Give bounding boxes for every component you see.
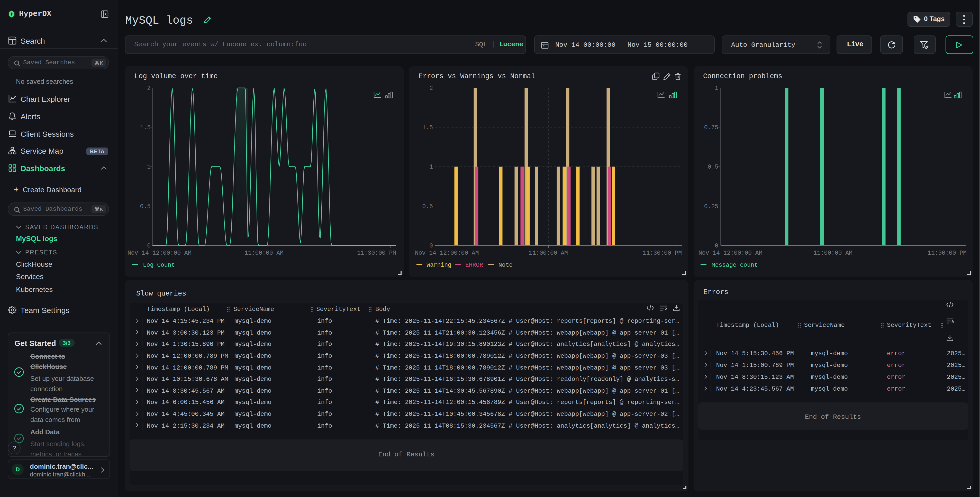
svg-text:11:00:00 AM: 11:00:00 AM <box>813 250 852 256</box>
svg-text:1: 1 <box>147 164 150 170</box>
svg-text:11:30:00 PM: 11:30:00 PM <box>643 250 682 256</box>
svg-text:Nov 14 12:00:00 AM: Nov 14 12:00:00 AM <box>127 250 191 256</box>
svg-text:11:30:00 PM: 11:30:00 PM <box>357 250 396 256</box>
svg-text:0: 0 <box>147 243 150 249</box>
svg-text:Warning: Warning <box>426 262 452 268</box>
svg-text:Log Count: Log Count <box>143 262 175 268</box>
svg-text:1: 1 <box>714 85 718 92</box>
svg-text:0.5: 0.5 <box>708 164 718 170</box>
svg-text:0: 0 <box>430 243 433 249</box>
svg-text:Nov 14 12:00:00 AM: Nov 14 12:00:00 AM <box>698 250 762 256</box>
svg-text:1: 1 <box>430 164 433 170</box>
svg-text:0.5: 0.5 <box>140 203 150 210</box>
svg-text:1.5: 1.5 <box>140 124 150 131</box>
svg-text:11:00:00 AM: 11:00:00 AM <box>529 250 568 256</box>
svg-text:Nov 14 12:00:00 AM: Nov 14 12:00:00 AM <box>415 250 479 256</box>
svg-text:0.75: 0.75 <box>704 124 718 131</box>
svg-text:0: 0 <box>714 243 718 249</box>
svg-text:2: 2 <box>430 85 433 92</box>
svg-text:0.25: 0.25 <box>704 203 718 210</box>
svg-text:2: 2 <box>147 85 150 92</box>
svg-text:Note: Note <box>498 262 512 268</box>
svg-text:11:30:00 PM: 11:30:00 PM <box>927 250 966 256</box>
svg-text:11:00:00 AM: 11:00:00 AM <box>244 250 283 256</box>
svg-text:0.5: 0.5 <box>422 203 433 210</box>
svg-text:1.5: 1.5 <box>422 124 433 131</box>
svg-text:Message count: Message count <box>711 262 757 268</box>
svg-text:ERROR: ERROR <box>465 262 483 268</box>
